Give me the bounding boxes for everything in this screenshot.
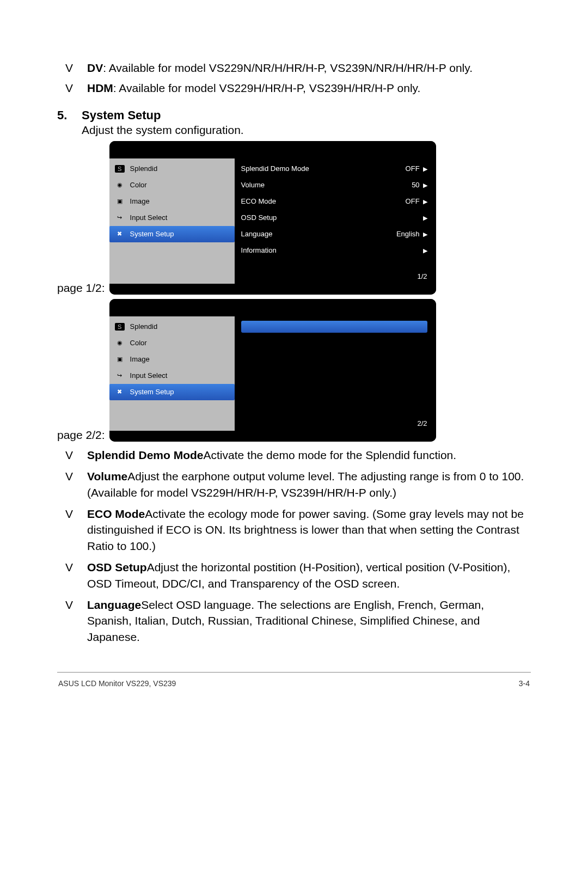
input-icon: ↪ <box>115 214 125 222</box>
osd-left-menu: SSplendid ◉Color ▣Image ↪Input Select ✖S… <box>109 158 235 284</box>
image-icon: ▣ <box>115 356 125 363</box>
osd-menu-item: ↪Input Select <box>109 210 235 226</box>
bullet-marker: V <box>57 60 87 76</box>
page-label-2: page 2/2: <box>57 429 105 442</box>
splendid-icon: S <box>115 323 125 331</box>
osd-menu-item: ▣Image <box>109 193 235 210</box>
intro-bullet: V HDM: Available for model VS229H/HR/H-P… <box>57 80 531 96</box>
osd-menu-item: ◉Color <box>109 177 235 193</box>
osd-right-panel: Splendid Demo ModeOFF▶ Volume50▶ ECO Mod… <box>235 158 436 284</box>
osd-menu-item: ↪Input Select <box>109 368 235 384</box>
color-icon: ◉ <box>115 181 125 189</box>
setup-icon: ✖ <box>115 388 125 396</box>
bullet-text: DV: Available for model VS229N/NR/H/HR/H… <box>87 60 531 76</box>
osd-right-panel: 2/2 <box>235 316 436 431</box>
osd-page-indicator: 2/2 <box>418 419 427 427</box>
osd-option: OSD Setup▶ <box>241 210 427 226</box>
intro-bullet: V DV: Available for model VS229N/NR/H/HR… <box>57 60 531 76</box>
osd-menu-item: ▣Image <box>109 351 235 368</box>
footer-left: ASUS LCD Monitor VS229, VS239 <box>58 679 176 688</box>
footer-rule <box>57 672 531 673</box>
section-subtitle: Adjust the system configuration. <box>82 124 531 137</box>
body-bullet: VECO ModeActivate the ecology mode for p… <box>57 506 531 554</box>
splendid-icon: S <box>115 165 125 173</box>
osd-option: ECO ModeOFF▶ <box>241 193 427 210</box>
osd-menu-item: ◉Color <box>109 335 235 351</box>
osd-page-indicator: 1/2 <box>418 272 427 280</box>
image-icon: ▣ <box>115 198 125 205</box>
page-footer: ASUS LCD Monitor VS229, VS239 3-4 <box>57 679 531 688</box>
osd-screenshot-2: SSplendid ◉Color ▣Image ↪Input Select ✖S… <box>109 299 436 442</box>
osd-screenshot-1: SSplendid ◉Color ▣Image ↪Input Select ✖S… <box>109 141 436 295</box>
body-bullet: VLanguageSelect OSD language. The select… <box>57 597 531 645</box>
osd-menu-item-selected: ✖System Setup <box>109 226 235 242</box>
color-icon: ◉ <box>115 339 125 347</box>
osd-option: Splendid Demo ModeOFF▶ <box>241 161 427 177</box>
osd-highlight-bar <box>241 321 427 333</box>
bullet-marker: V <box>57 80 87 96</box>
body-bullet: VVolumeAdjust the earphone output volume… <box>57 468 531 500</box>
input-icon: ↪ <box>115 372 125 380</box>
setup-icon: ✖ <box>115 230 125 238</box>
bullet-text: HDM: Available for model VS229H/HR/H-P, … <box>87 80 531 96</box>
section-heading: 5.System Setup <box>57 108 531 123</box>
body-bullet: VSplendid Demo ModeActivate the demo mod… <box>57 447 531 463</box>
body-bullet: VOSD SetupAdjust the horizontal postitio… <box>57 559 531 591</box>
osd-option: Information▶ <box>241 242 427 259</box>
osd-menu-item: SSplendid <box>109 161 235 177</box>
osd-option: LanguageEnglish▶ <box>241 226 427 242</box>
osd-option: Volume50▶ <box>241 177 427 193</box>
osd-menu-item-selected: ✖System Setup <box>109 384 235 400</box>
osd-left-menu: SSplendid ◉Color ▣Image ↪Input Select ✖S… <box>109 316 235 431</box>
page-label-1: page 1/2: <box>57 282 105 295</box>
osd-menu-item: SSplendid <box>109 319 235 335</box>
footer-right: 3-4 <box>519 679 530 688</box>
